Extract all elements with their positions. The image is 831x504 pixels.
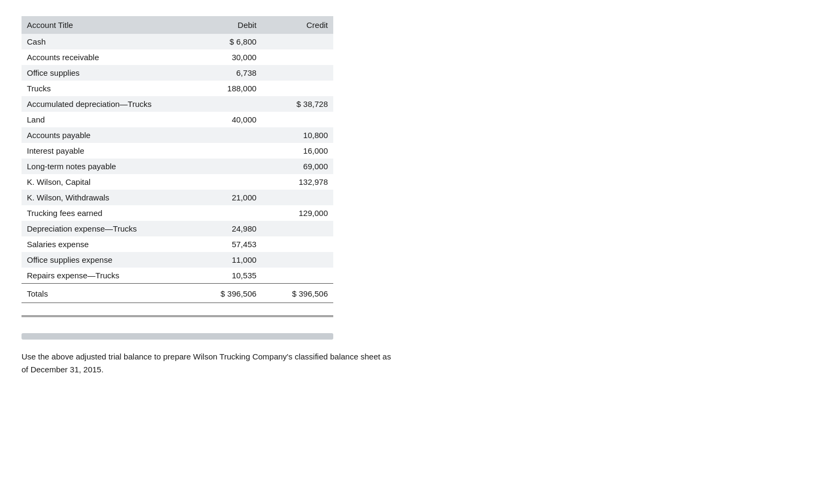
credit-cell bbox=[273, 112, 333, 127]
empty-cell bbox=[273, 303, 333, 316]
account-title-cell: Trucks bbox=[22, 81, 198, 96]
credit-cell: 16,000 bbox=[273, 143, 333, 159]
credit-cell bbox=[273, 34, 333, 49]
debit-cell: 11,000 bbox=[198, 252, 273, 268]
scrollbar[interactable] bbox=[22, 333, 333, 340]
table-row: Trucks188,000 bbox=[22, 81, 333, 96]
credit-cell bbox=[273, 252, 333, 268]
table-row: Interest payable16,000 bbox=[22, 143, 333, 159]
header-debit: Debit bbox=[198, 16, 273, 34]
account-title-cell: Cash bbox=[22, 34, 198, 49]
debit-cell bbox=[198, 159, 273, 174]
credit-cell bbox=[273, 49, 333, 65]
debit-cell: 40,000 bbox=[198, 112, 273, 127]
credit-cell bbox=[273, 268, 333, 284]
table-row: Trucking fees earned129,000 bbox=[22, 205, 333, 221]
account-title-cell: Office supplies expense bbox=[22, 252, 198, 268]
credit-cell: $ 38,728 bbox=[273, 96, 333, 112]
debit-cell bbox=[198, 205, 273, 221]
table-row: Cash$ 6,800 bbox=[22, 34, 333, 49]
instruction-text: Use the above adjusted trial balance to … bbox=[22, 350, 398, 376]
credit-cell bbox=[273, 190, 333, 205]
debit-cell: 21,000 bbox=[198, 190, 273, 205]
debit-cell bbox=[198, 127, 273, 143]
debit-cell: 188,000 bbox=[198, 81, 273, 96]
totals-debit: $ 396,506 bbox=[198, 284, 273, 303]
empty-cell bbox=[22, 303, 198, 316]
totals-row: Totals$ 396,506$ 396,506 bbox=[22, 284, 333, 303]
credit-cell bbox=[273, 81, 333, 96]
credit-cell bbox=[273, 221, 333, 236]
totals-label: Totals bbox=[22, 284, 198, 303]
debit-cell bbox=[198, 143, 273, 159]
credit-cell: 10,800 bbox=[273, 127, 333, 143]
table-row: Salaries expense57,453 bbox=[22, 236, 333, 252]
double-underline-row bbox=[22, 303, 333, 316]
debit-cell: 10,535 bbox=[198, 268, 273, 284]
debit-cell bbox=[198, 96, 273, 112]
account-title-cell: Accounts receivable bbox=[22, 49, 198, 65]
credit-cell: 132,978 bbox=[273, 174, 333, 190]
header-account-title: Account Title bbox=[22, 16, 198, 34]
account-title-cell: Office supplies bbox=[22, 65, 198, 81]
table-row: Accumulated depreciation—Trucks$ 38,728 bbox=[22, 96, 333, 112]
debit-cell: 6,738 bbox=[198, 65, 273, 81]
header-credit: Credit bbox=[273, 16, 333, 34]
debit-cell: 57,453 bbox=[198, 236, 273, 252]
table-row: Office supplies6,738 bbox=[22, 65, 333, 81]
table-row: Depreciation expense—Trucks24,980 bbox=[22, 221, 333, 236]
account-title-cell: Long-term notes payable bbox=[22, 159, 198, 174]
debit-cell: 30,000 bbox=[198, 49, 273, 65]
account-title-cell: Trucking fees earned bbox=[22, 205, 198, 221]
credit-cell: 129,000 bbox=[273, 205, 333, 221]
table-row: Long-term notes payable69,000 bbox=[22, 159, 333, 174]
table-row: Land40,000 bbox=[22, 112, 333, 127]
credit-cell: 69,000 bbox=[273, 159, 333, 174]
account-title-cell: Repairs expense—Trucks bbox=[22, 268, 198, 284]
table-row: K. Wilson, Withdrawals21,000 bbox=[22, 190, 333, 205]
table-row: Accounts receivable30,000 bbox=[22, 49, 333, 65]
account-title-cell: Accounts payable bbox=[22, 127, 198, 143]
debit-cell: 24,980 bbox=[198, 221, 273, 236]
account-title-cell: Accumulated depreciation—Trucks bbox=[22, 96, 198, 112]
account-title-cell: Land bbox=[22, 112, 198, 127]
table-row: Office supplies expense11,000 bbox=[22, 252, 333, 268]
debit-cell bbox=[198, 174, 273, 190]
empty-cell bbox=[198, 303, 273, 316]
table-row: Accounts payable10,800 bbox=[22, 127, 333, 143]
table-row: K. Wilson, Capital132,978 bbox=[22, 174, 333, 190]
account-title-cell: K. Wilson, Capital bbox=[22, 174, 198, 190]
table-row: Repairs expense—Trucks10,535 bbox=[22, 268, 333, 284]
credit-cell bbox=[273, 236, 333, 252]
account-title-cell: Interest payable bbox=[22, 143, 198, 159]
account-title-cell: K. Wilson, Withdrawals bbox=[22, 190, 198, 205]
credit-cell bbox=[273, 65, 333, 81]
trial-balance-table: Account Title Debit Credit Cash$ 6,800Ac… bbox=[22, 16, 333, 317]
account-title-cell: Depreciation expense—Trucks bbox=[22, 221, 198, 236]
debit-cell: $ 6,800 bbox=[198, 34, 273, 49]
trial-balance-table-container: Account Title Debit Credit Cash$ 6,800Ac… bbox=[22, 16, 333, 317]
totals-credit: $ 396,506 bbox=[273, 284, 333, 303]
account-title-cell: Salaries expense bbox=[22, 236, 198, 252]
table-header-row: Account Title Debit Credit bbox=[22, 16, 333, 34]
